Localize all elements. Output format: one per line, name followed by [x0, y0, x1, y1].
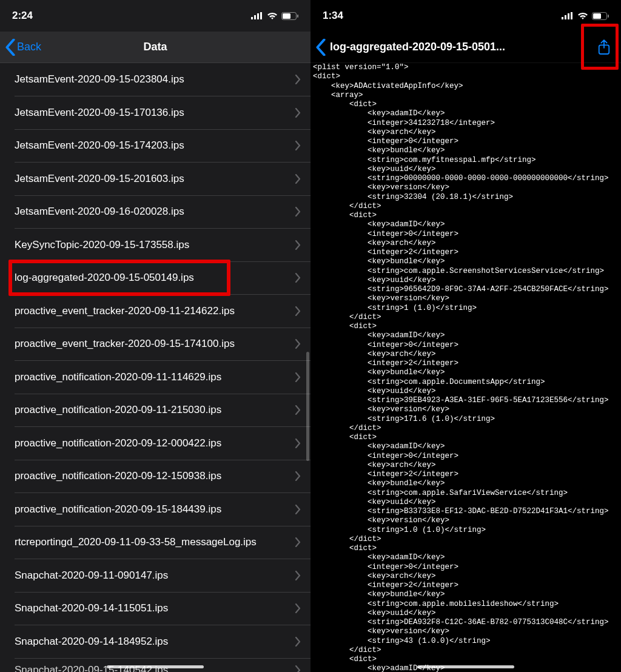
list-item[interactable]: proactive_notification-2020-09-11-215030…	[0, 394, 310, 427]
list-item-label: proactive_notification-2020-09-12-150938…	[15, 470, 295, 482]
nav-bar: log-aggregated-2020-09-15-0501...	[310, 32, 621, 63]
status-bar: 1:34	[310, 0, 621, 32]
chevron-right-icon	[295, 207, 301, 217]
list-item-label: Snapchat-2020-09-14-115051.ips	[15, 602, 295, 614]
list-item[interactable]: Snapchat-2020-09-14-115051.ips	[0, 592, 310, 625]
back-label: Back	[17, 41, 41, 53]
page-title: Data	[0, 41, 310, 53]
svg-rect-5	[283, 13, 290, 19]
chevron-right-icon	[295, 174, 301, 184]
chevron-right-icon	[295, 273, 301, 283]
chevron-right-icon	[295, 306, 301, 316]
cellular-icon	[251, 12, 263, 19]
right-screenshot: 1:34 log-aggregated-2020-09-15-0501... <…	[310, 0, 621, 672]
share-button[interactable]	[592, 35, 616, 59]
status-bar: 2:24	[0, 0, 310, 32]
list-item[interactable]: Snapchat-2020-09-14-184952.ips	[0, 625, 310, 659]
list-item[interactable]: proactive_notification-2020-09-12-000422…	[0, 427, 310, 460]
list-item-label: proactive_event_tracker-2020-09-15-17410…	[15, 338, 295, 350]
chevron-right-icon	[295, 665, 301, 672]
status-time: 1:34	[323, 10, 343, 22]
page-title: log-aggregated-2020-09-15-0501...	[326, 41, 592, 53]
list-item[interactable]: JetsamEvent-2020-09-15-023804.ips	[0, 63, 310, 96]
share-icon	[597, 39, 611, 56]
back-button[interactable]	[315, 39, 326, 56]
cellular-icon	[562, 12, 574, 19]
svg-rect-3	[260, 12, 262, 19]
wifi-icon	[577, 12, 588, 20]
nav-bar: Back Data	[0, 32, 310, 63]
home-indicator[interactable]	[417, 665, 514, 668]
chevron-left-icon	[5, 39, 16, 56]
svg-rect-2	[257, 13, 259, 19]
list-item[interactable]: JetsamEvent-2020-09-15-170136.ips	[0, 96, 310, 130]
file-list[interactable]: JetsamEvent-2020-09-15-023804.ipsJetsamE…	[0, 63, 310, 672]
wifi-icon	[267, 12, 278, 20]
chevron-right-icon	[295, 571, 301, 580]
svg-rect-12	[593, 13, 601, 19]
list-item[interactable]: Snapchat-2020-09-11-090147.ips	[0, 559, 310, 593]
list-item[interactable]: rtcreportingd_2020-09-11-09-33-58_messag…	[0, 526, 310, 559]
home-indicator[interactable]	[107, 665, 204, 668]
svg-rect-0	[251, 17, 253, 19]
list-item[interactable]: JetsamEvent-2020-09-15-174203.ips	[0, 129, 310, 163]
list-item[interactable]: JetsamEvent-2020-09-16-020028.ips	[0, 195, 310, 229]
chevron-right-icon	[295, 108, 301, 118]
chevron-right-icon	[295, 339, 301, 349]
list-item-label: proactive_notification-2020-09-15-184439…	[15, 503, 295, 516]
left-screenshot: 2:24 Back Data JetsamEvent-2020-09-15-02…	[0, 0, 310, 672]
list-item-label: proactive_notification-2020-09-12-000422…	[15, 437, 295, 449]
list-item-label: proactive_event_tracker-2020-09-11-21462…	[15, 305, 295, 317]
status-right	[251, 12, 298, 20]
svg-rect-10	[571, 12, 572, 19]
list-item[interactable]: proactive_event_tracker-2020-09-11-21462…	[0, 295, 310, 328]
list-item[interactable]: proactive_event_tracker-2020-09-15-17410…	[0, 328, 310, 361]
list-item-label: KeySyncTopic-2020-09-15-173558.ips	[15, 239, 295, 251]
list-item-label: JetsamEvent-2020-09-16-020028.ips	[15, 206, 295, 218]
chevron-right-icon	[295, 603, 301, 613]
chevron-right-icon	[295, 471, 301, 481]
list-item-label: JetsamEvent-2020-09-15-201603.ips	[15, 173, 295, 185]
chevron-right-icon	[295, 537, 301, 547]
list-item[interactable]: proactive_notification-2020-09-11-114629…	[0, 361, 310, 394]
chevron-right-icon	[295, 505, 301, 514]
svg-rect-6	[297, 15, 298, 18]
list-item-label: JetsamEvent-2020-09-15-023804.ips	[15, 73, 295, 86]
chevron-right-icon	[295, 438, 301, 448]
list-item[interactable]: KeySyncTopic-2020-09-15-173558.ips	[0, 229, 310, 262]
svg-rect-1	[254, 15, 256, 19]
svg-rect-13	[608, 15, 609, 18]
list-item[interactable]: proactive_notification-2020-09-12-150938…	[0, 460, 310, 493]
list-item-label: JetsamEvent-2020-09-15-170136.ips	[15, 107, 295, 119]
svg-rect-8	[565, 15, 566, 19]
list-item-label: Snapchat-2020-09-11-090147.ips	[15, 570, 295, 582]
back-button[interactable]: Back	[5, 39, 41, 56]
chevron-left-icon	[315, 39, 326, 56]
list-item-label: log-aggregated-2020-09-15-050149.ips	[15, 272, 295, 284]
list-item[interactable]: proactive_notification-2020-09-15-184439…	[0, 493, 310, 526]
scrollbar-indicator[interactable]	[306, 352, 309, 461]
list-item[interactable]: log-aggregated-2020-09-15-050149.ips	[0, 261, 310, 295]
status-time: 2:24	[12, 10, 33, 22]
list-item-label: proactive_notification-2020-09-11-215030…	[15, 404, 295, 416]
battery-icon	[281, 12, 298, 20]
chevron-right-icon	[295, 372, 301, 382]
list-item-label: Snapchat-2020-09-14-184952.ips	[15, 636, 295, 648]
chevron-right-icon	[295, 637, 301, 647]
list-item-label: rtcreportingd_2020-09-11-09-33-58_messag…	[15, 536, 295, 548]
chevron-right-icon	[295, 141, 301, 150]
battery-icon	[592, 12, 609, 20]
chevron-right-icon	[295, 405, 301, 415]
svg-rect-7	[562, 17, 563, 19]
status-right	[562, 12, 609, 20]
list-item[interactable]: JetsamEvent-2020-09-15-201603.ips	[0, 163, 310, 196]
svg-rect-9	[568, 13, 569, 19]
chevron-right-icon	[295, 75, 301, 84]
chevron-right-icon	[295, 240, 301, 250]
list-item-label: JetsamEvent-2020-09-15-174203.ips	[15, 139, 295, 152]
list-item-label: proactive_notification-2020-09-11-114629…	[15, 371, 295, 383]
plist-content[interactable]: <plist version="1.0"> <dict> <key>ADActi…	[310, 63, 621, 672]
